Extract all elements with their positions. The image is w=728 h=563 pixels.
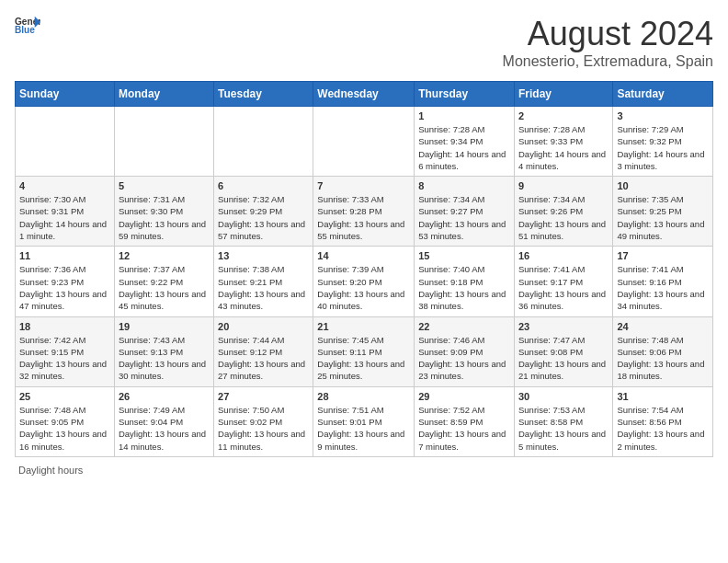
title-area: August 2024 Monesterio, Extremadura, Spa… (503, 15, 713, 70)
calendar-day-cell (313, 107, 415, 177)
calendar-header-cell: Saturday (613, 82, 713, 107)
day-info: Sunrise: 7:45 AM Sunset: 9:11 PM Dayligh… (317, 334, 410, 383)
calendar-day-cell: 10Sunrise: 7:35 AM Sunset: 9:25 PM Dayli… (613, 177, 713, 247)
calendar-day-cell: 5Sunrise: 7:31 AM Sunset: 9:30 PM Daylig… (114, 177, 213, 247)
calendar-header-cell: Tuesday (214, 82, 313, 107)
day-info: Sunrise: 7:53 AM Sunset: 8:58 PM Dayligh… (518, 404, 609, 453)
day-number: 17 (617, 250, 709, 261)
day-info: Sunrise: 7:41 AM Sunset: 9:16 PM Dayligh… (617, 263, 709, 312)
calendar-header-cell: Sunday (16, 82, 115, 107)
calendar-week-row: 4Sunrise: 7:30 AM Sunset: 9:31 PM Daylig… (16, 177, 713, 247)
calendar-day-cell: 2Sunrise: 7:28 AM Sunset: 9:33 PM Daylig… (514, 107, 612, 177)
calendar-day-cell: 3Sunrise: 7:29 AM Sunset: 9:32 PM Daylig… (613, 107, 713, 177)
day-info: Sunrise: 7:31 AM Sunset: 9:30 PM Dayligh… (119, 193, 210, 242)
day-info: Sunrise: 7:33 AM Sunset: 9:28 PM Dayligh… (317, 193, 410, 242)
day-number: 2 (518, 110, 609, 121)
calendar-day-cell: 21Sunrise: 7:45 AM Sunset: 9:11 PM Dayli… (313, 316, 415, 386)
day-number: 30 (518, 391, 609, 402)
calendar-day-cell: 13Sunrise: 7:38 AM Sunset: 9:21 PM Dayli… (214, 247, 313, 316)
day-number: 24 (617, 321, 709, 332)
calendar-day-cell: 12Sunrise: 7:37 AM Sunset: 9:22 PM Dayli… (114, 247, 213, 316)
day-number: 20 (218, 321, 309, 332)
calendar-day-cell: 6Sunrise: 7:32 AM Sunset: 9:29 PM Daylig… (214, 177, 313, 247)
calendar-header-cell: Thursday (415, 82, 515, 107)
day-info: Sunrise: 7:30 AM Sunset: 9:31 PM Dayligh… (19, 193, 110, 242)
calendar-header-row: SundayMondayTuesdayWednesdayThursdayFrid… (16, 82, 713, 107)
day-number: 1 (418, 110, 510, 121)
calendar-day-cell: 29Sunrise: 7:52 AM Sunset: 8:59 PM Dayli… (415, 386, 515, 456)
calendar-day-cell (114, 107, 213, 177)
day-number: 27 (218, 391, 309, 402)
day-info: Sunrise: 7:34 AM Sunset: 9:27 PM Dayligh… (418, 193, 510, 242)
calendar-day-cell (214, 107, 313, 177)
day-info: Sunrise: 7:51 AM Sunset: 9:01 PM Dayligh… (317, 404, 410, 453)
calendar-day-cell: 4Sunrise: 7:30 AM Sunset: 9:31 PM Daylig… (16, 177, 115, 247)
day-info: Sunrise: 7:35 AM Sunset: 9:25 PM Dayligh… (617, 193, 709, 242)
calendar-week-row: 11Sunrise: 7:36 AM Sunset: 9:23 PM Dayli… (16, 247, 713, 316)
calendar-day-cell: 9Sunrise: 7:34 AM Sunset: 9:26 PM Daylig… (514, 177, 612, 247)
day-number: 18 (19, 321, 110, 332)
day-number: 13 (218, 250, 309, 261)
calendar-day-cell: 22Sunrise: 7:46 AM Sunset: 9:09 PM Dayli… (415, 316, 515, 386)
day-number: 3 (617, 110, 709, 121)
calendar-header-cell: Friday (514, 82, 612, 107)
logo: General Blue (15, 15, 42, 35)
calendar-week-row: 18Sunrise: 7:42 AM Sunset: 9:15 PM Dayli… (16, 316, 713, 386)
day-info: Sunrise: 7:38 AM Sunset: 9:21 PM Dayligh… (218, 263, 309, 312)
day-number: 7 (317, 180, 410, 191)
calendar-day-cell: 1Sunrise: 7:28 AM Sunset: 9:34 PM Daylig… (415, 107, 515, 177)
month-title: August 2024 (503, 15, 713, 53)
svg-text:Blue: Blue (15, 25, 35, 35)
calendar-day-cell: 8Sunrise: 7:34 AM Sunset: 9:27 PM Daylig… (415, 177, 515, 247)
day-info: Sunrise: 7:43 AM Sunset: 9:13 PM Dayligh… (119, 334, 210, 383)
calendar-header-cell: Wednesday (313, 82, 415, 107)
day-info: Sunrise: 7:29 AM Sunset: 9:32 PM Dayligh… (617, 123, 709, 172)
day-info: Sunrise: 7:37 AM Sunset: 9:22 PM Dayligh… (119, 263, 210, 312)
footer: Daylight hours (15, 465, 713, 476)
calendar-day-cell (16, 107, 115, 177)
day-info: Sunrise: 7:36 AM Sunset: 9:23 PM Dayligh… (19, 263, 110, 312)
day-number: 15 (418, 250, 510, 261)
page: General Blue August 2024 Monesterio, Ext… (0, 0, 728, 485)
header: General Blue August 2024 Monesterio, Ext… (15, 15, 713, 70)
day-info: Sunrise: 7:54 AM Sunset: 8:56 PM Dayligh… (617, 404, 709, 453)
day-number: 23 (518, 321, 609, 332)
day-number: 11 (19, 250, 110, 261)
day-number: 14 (317, 250, 410, 261)
location: Monesterio, Extremadura, Spain (503, 53, 713, 70)
calendar-day-cell: 11Sunrise: 7:36 AM Sunset: 9:23 PM Dayli… (16, 247, 115, 316)
calendar-day-cell: 25Sunrise: 7:48 AM Sunset: 9:05 PM Dayli… (16, 386, 115, 456)
day-number: 21 (317, 321, 410, 332)
calendar-day-cell: 17Sunrise: 7:41 AM Sunset: 9:16 PM Dayli… (613, 247, 713, 316)
day-number: 4 (19, 180, 110, 191)
calendar-day-cell: 20Sunrise: 7:44 AM Sunset: 9:12 PM Dayli… (214, 316, 313, 386)
day-number: 26 (119, 391, 210, 402)
calendar-header-cell: Monday (114, 82, 213, 107)
day-number: 5 (119, 180, 210, 191)
day-info: Sunrise: 7:44 AM Sunset: 9:12 PM Dayligh… (218, 334, 309, 383)
calendar-day-cell: 16Sunrise: 7:41 AM Sunset: 9:17 PM Dayli… (514, 247, 612, 316)
generalblue-logo-icon: General Blue (15, 15, 40, 35)
day-number: 22 (418, 321, 510, 332)
calendar-day-cell: 7Sunrise: 7:33 AM Sunset: 9:28 PM Daylig… (313, 177, 415, 247)
calendar-week-row: 25Sunrise: 7:48 AM Sunset: 9:05 PM Dayli… (16, 386, 713, 456)
day-info: Sunrise: 7:28 AM Sunset: 9:33 PM Dayligh… (518, 123, 609, 172)
calendar-day-cell: 27Sunrise: 7:50 AM Sunset: 9:02 PM Dayli… (214, 386, 313, 456)
day-info: Sunrise: 7:49 AM Sunset: 9:04 PM Dayligh… (119, 404, 210, 453)
day-info: Sunrise: 7:40 AM Sunset: 9:18 PM Dayligh… (418, 263, 510, 312)
day-info: Sunrise: 7:42 AM Sunset: 9:15 PM Dayligh… (19, 334, 110, 383)
day-info: Sunrise: 7:34 AM Sunset: 9:26 PM Dayligh… (518, 193, 609, 242)
day-info: Sunrise: 7:39 AM Sunset: 9:20 PM Dayligh… (317, 263, 410, 312)
calendar-day-cell: 28Sunrise: 7:51 AM Sunset: 9:01 PM Dayli… (313, 386, 415, 456)
daylight-hours-label: Daylight hours (18, 465, 83, 476)
calendar-day-cell: 31Sunrise: 7:54 AM Sunset: 8:56 PM Dayli… (613, 386, 713, 456)
day-number: 8 (418, 180, 510, 191)
calendar-day-cell: 18Sunrise: 7:42 AM Sunset: 9:15 PM Dayli… (16, 316, 115, 386)
calendar-table: SundayMondayTuesdayWednesdayThursdayFrid… (15, 81, 713, 457)
day-number: 10 (617, 180, 709, 191)
calendar-day-cell: 26Sunrise: 7:49 AM Sunset: 9:04 PM Dayli… (114, 386, 213, 456)
calendar-day-cell: 24Sunrise: 7:48 AM Sunset: 9:06 PM Dayli… (613, 316, 713, 386)
day-info: Sunrise: 7:41 AM Sunset: 9:17 PM Dayligh… (518, 263, 609, 312)
day-number: 25 (19, 391, 110, 402)
day-number: 16 (518, 250, 609, 261)
